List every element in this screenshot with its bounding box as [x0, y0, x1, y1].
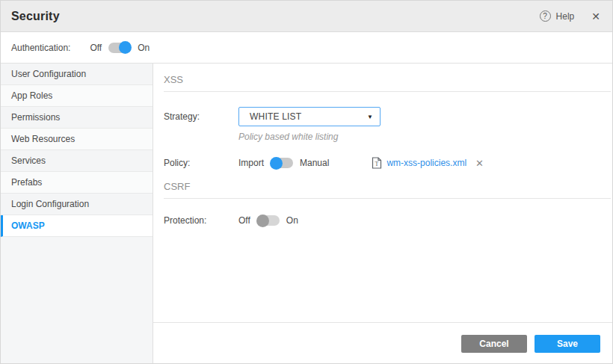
- policy-row: Policy: Import Manual T wm-xss-policies.…: [164, 157, 612, 169]
- file-text-icon: T: [372, 157, 382, 169]
- main-content: XSS Strategy: WHITE LIST ▼ Policy based …: [153, 64, 612, 364]
- sidebar-item-user-configuration[interactable]: User Configuration: [1, 64, 153, 85]
- authentication-off-label: Off: [90, 43, 102, 53]
- sidebar-item-login-configuration[interactable]: Login Configuration: [1, 194, 153, 215]
- sidebar-item-prefabs[interactable]: Prefabs: [1, 172, 153, 194]
- protection-on-label: On: [286, 215, 298, 226]
- toggle-knob: [119, 41, 132, 54]
- csrf-protection-toggle[interactable]: [257, 215, 280, 226]
- sidebar-item-web-resources[interactable]: Web Resources: [1, 129, 153, 150]
- sidebar-item-services[interactable]: Services: [1, 150, 153, 172]
- policy-label: Policy:: [164, 158, 238, 168]
- section-divider: [164, 91, 611, 92]
- authentication-bar: Authentication: Off On: [1, 32, 612, 64]
- strategy-select[interactable]: WHITE LIST ▼: [238, 107, 381, 126]
- policy-toggle[interactable]: [271, 158, 293, 168]
- authentication-label: Authentication:: [11, 43, 70, 53]
- policy-import-label: Import: [238, 158, 264, 168]
- protection-row: Protection: Off On: [164, 215, 612, 226]
- policy-file: T wm-xss-policies.xml ✕: [372, 157, 484, 169]
- csrf-section-title: CSRF: [164, 181, 612, 192]
- policy-manual-label: Manual: [300, 158, 329, 168]
- help-icon: ?: [540, 10, 551, 22]
- chevron-down-icon: ▼: [367, 114, 373, 120]
- xss-section-title: XSS: [164, 74, 612, 85]
- header: Security ? Help ✕: [1, 1, 612, 32]
- section-divider: [164, 198, 611, 199]
- sidebar-item-owasp[interactable]: OWASP: [1, 215, 153, 237]
- sidebar-item-permissions[interactable]: Permissions: [1, 107, 153, 129]
- cancel-button[interactable]: Cancel: [461, 335, 527, 353]
- authentication-toggle[interactable]: [108, 43, 131, 53]
- close-icon[interactable]: ✕: [591, 10, 600, 22]
- protection-off-label: Off: [238, 215, 250, 226]
- security-dialog: Security ? Help ✕ Authentication: Off On…: [0, 0, 613, 364]
- footer: Cancel Save: [153, 322, 612, 364]
- help-button[interactable]: ? Help: [540, 10, 575, 22]
- page-title: Security: [11, 10, 60, 23]
- dialog-body: User Configuration App Roles Permissions…: [1, 64, 612, 364]
- header-actions: ? Help ✕: [540, 10, 600, 22]
- svg-text:T: T: [375, 161, 379, 167]
- sidebar-item-app-roles[interactable]: App Roles: [1, 85, 153, 107]
- protection-label: Protection:: [164, 215, 238, 226]
- help-label: Help: [556, 11, 575, 22]
- toggle-knob: [270, 157, 283, 170]
- strategy-helper-text: Policy based white listing: [238, 132, 612, 142]
- strategy-label: Strategy:: [164, 111, 238, 122]
- strategy-row: Strategy: WHITE LIST ▼: [164, 107, 612, 126]
- save-button[interactable]: Save: [535, 335, 600, 353]
- toggle-knob: [256, 215, 269, 227]
- remove-file-icon[interactable]: ✕: [475, 158, 484, 169]
- sidebar: User Configuration App Roles Permissions…: [1, 64, 153, 364]
- policy-file-link[interactable]: wm-xss-policies.xml: [386, 158, 466, 168]
- strategy-selected-value: WHITE LIST: [250, 111, 301, 122]
- authentication-on-label: On: [138, 43, 150, 53]
